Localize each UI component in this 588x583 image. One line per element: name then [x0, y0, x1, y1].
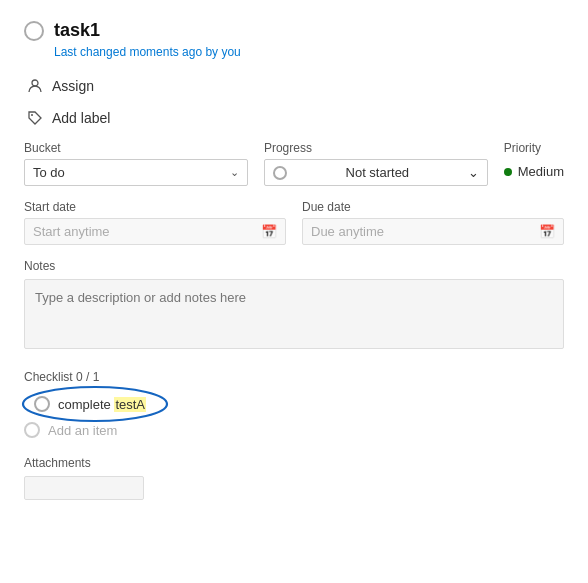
add-item-label: Add an item [48, 423, 117, 438]
priority-field: Priority Medium [504, 141, 564, 186]
task-title: task1 [54, 20, 100, 41]
start-date-placeholder: Start anytime [33, 224, 110, 239]
progress-value: Not started [346, 165, 410, 180]
bucket-value: To do [33, 165, 65, 180]
notes-label: Notes [24, 259, 564, 273]
bucket-field: Bucket To do ⌄ [24, 141, 248, 186]
fields-grid: Bucket To do ⌄ Progress Not started ⌄ Pr… [24, 141, 564, 186]
notes-textarea[interactable] [24, 279, 564, 349]
priority-value: Medium [518, 164, 564, 179]
checklist-section: Checklist 0 / 1 complete testA Add an it… [24, 370, 564, 438]
assign-icon [26, 77, 44, 95]
start-date-label: Start date [24, 200, 286, 214]
add-item-circle-icon [24, 422, 40, 438]
bucket-label: Bucket [24, 141, 248, 155]
priority-dot-icon [504, 168, 512, 176]
assign-row[interactable]: Assign [26, 77, 564, 95]
add-label-label: Add label [52, 110, 110, 126]
priority-label: Priority [504, 141, 564, 155]
progress-label: Progress [264, 141, 488, 155]
bucket-chevron-icon: ⌄ [230, 166, 239, 179]
checklist-item-text-0: complete testA [58, 397, 146, 412]
svg-point-0 [32, 80, 38, 86]
start-date-field: Start date Start anytime 📅 [24, 200, 286, 245]
attachments-label: Attachments [24, 456, 564, 470]
notes-section: Notes [24, 259, 564, 352]
start-date-picker[interactable]: Start anytime 📅 [24, 218, 286, 245]
due-date-picker[interactable]: Due anytime 📅 [302, 218, 564, 245]
checklist-header: Checklist 0 / 1 [24, 370, 564, 384]
checklist-item-0: complete testA [34, 392, 564, 416]
progress-chevron-icon: ⌄ [468, 165, 479, 180]
task-subtitle: Last changed moments ago by you [54, 45, 564, 59]
task-header: task1 [24, 20, 564, 41]
svg-point-1 [31, 114, 33, 116]
progress-field: Progress Not started ⌄ [264, 141, 488, 186]
assign-label: Assign [52, 78, 94, 94]
due-date-label: Due date [302, 200, 564, 214]
attachments-box [24, 476, 144, 500]
progress-select[interactable]: Not started ⌄ [264, 159, 488, 186]
due-date-field: Due date Due anytime 📅 [302, 200, 564, 245]
checklist-item-highlight: testA [114, 397, 146, 412]
priority-value-row: Medium [504, 159, 564, 184]
checklist-item-circle-0[interactable] [34, 396, 50, 412]
progress-circle-icon [273, 166, 287, 180]
label-icon [26, 109, 44, 127]
start-date-calendar-icon: 📅 [261, 224, 277, 239]
add-item-row[interactable]: Add an item [24, 422, 564, 438]
due-date-placeholder: Due anytime [311, 224, 384, 239]
date-fields-row: Start date Start anytime 📅 Due date Due … [24, 200, 564, 245]
due-date-calendar-icon: 📅 [539, 224, 555, 239]
task-status-circle[interactable] [24, 21, 44, 41]
attachments-section: Attachments [24, 456, 564, 500]
add-label-row[interactable]: Add label [26, 109, 564, 127]
bucket-select[interactable]: To do ⌄ [24, 159, 248, 186]
